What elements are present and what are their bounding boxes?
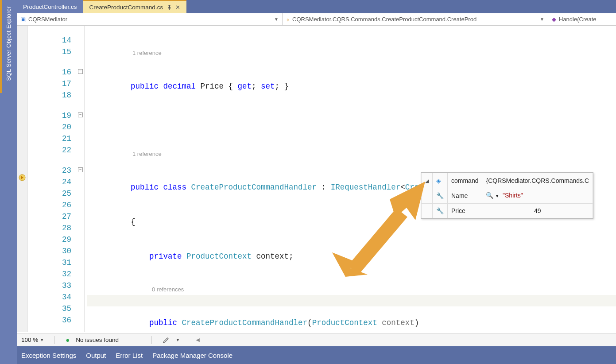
zoom-control[interactable]: 100 % ▼ (21, 337, 44, 343)
dropdown-icon[interactable]: ▼ (176, 338, 180, 342)
nav-class-label: CQRSMediator.CQRS.Commands.CreateProduct… (292, 16, 477, 23)
prop-value: 49 (482, 204, 593, 218)
codelens[interactable]: 1 reference (93, 49, 616, 58)
magnifier-icon[interactable]: 🔍 (486, 192, 493, 199)
codelens[interactable]: 0 references (93, 285, 616, 294)
check-icon: ● (66, 336, 70, 344)
class-icon: ⬨ (286, 16, 290, 23)
editor-tabs: ProductController.cs CreateProductComman… (17, 0, 616, 13)
prop-name: Name (448, 188, 482, 204)
project-icon: ▣ (20, 16, 26, 23)
nav-class[interactable]: ⬨ CQRSMediator.CQRS.Commands.CreateProdu… (283, 13, 548, 25)
breadcrumb-bar: ▣ CQRSMediator ▼ ⬨ CQRSMediator.CQRS.Com… (17, 13, 616, 26)
fold-gutter[interactable]: − − − (77, 26, 85, 332)
nav-project-label: CQRSMediator (28, 16, 67, 23)
codelens[interactable]: 1 reference (93, 150, 616, 159)
fold-toggle[interactable]: − (78, 167, 83, 172)
fold-toggle[interactable]: − (78, 112, 83, 117)
issues-label[interactable]: No issues found (76, 337, 119, 343)
vertical-sidebar: SQL Server Object Explorer (0, 0, 17, 364)
tab-productcontroller[interactable]: ProductController.cs (17, 0, 83, 13)
debug-datatip[interactable]: ◢ ◈ command {CQRSMediator.CQRS.Commands.… (421, 172, 593, 219)
dropdown-icon[interactable]: ▼ (540, 17, 544, 22)
editor-status-bar: 100 % ▼ ● No issues found ▼ ◄ (17, 333, 616, 346)
prop-name: Price (448, 204, 482, 218)
tab-createproductcommand[interactable]: CreateProductCommand.cs ✕ (83, 0, 187, 13)
tab-label: CreateProductCommand.cs (89, 4, 163, 11)
fold-toggle[interactable]: − (78, 69, 83, 74)
tab-package-manager[interactable]: Package Manager Console (152, 352, 232, 359)
object-icon: ◈ (436, 177, 441, 184)
close-icon[interactable]: ✕ (175, 4, 180, 11)
dropdown-icon[interactable]: ▼ (40, 338, 44, 342)
tab-output[interactable]: Output (86, 352, 106, 359)
breakpoint-gutter[interactable] (17, 26, 28, 332)
bottom-tool-tabs: Exception Settings Output Error List Pac… (17, 346, 616, 364)
zoom-label: 100 % (21, 337, 38, 343)
divider (54, 336, 55, 344)
dropdown-icon[interactable]: ▼ (274, 17, 279, 22)
code-editor[interactable]: 14 15 16 17 18 19 20 21 22 23 24 25 26 2… (17, 26, 616, 332)
wrench-icon: 🔧 (436, 207, 444, 214)
line-numbers: 14 15 16 17 18 19 20 21 22 23 24 25 26 2… (28, 26, 77, 332)
nav-method[interactable]: ◆ Handle(Create (548, 13, 616, 25)
tab-exception-settings[interactable]: Exception Settings (21, 352, 76, 359)
wrench-icon: 🔧 (436, 192, 444, 199)
nav-back-icon[interactable]: ◄ (195, 337, 201, 343)
sidebar-accent (0, 0, 2, 93)
brush-icon[interactable] (163, 337, 170, 344)
tab-error-list[interactable]: Error List (116, 352, 143, 359)
expand-icon[interactable]: ◢ (425, 178, 429, 183)
execution-pointer-icon (19, 174, 26, 181)
prop-value: "Shirts" (503, 192, 523, 199)
divider (151, 336, 152, 344)
method-icon: ◆ (552, 16, 556, 23)
pin-icon[interactable] (167, 4, 172, 10)
tab-label: ProductController.cs (23, 4, 77, 10)
sql-explorer-tab[interactable]: SQL Server Object Explorer (5, 6, 12, 81)
nav-method-label: Handle(Create (559, 16, 597, 23)
var-name: command (448, 173, 482, 188)
nav-project[interactable]: ▣ CQRSMediator ▼ (17, 13, 283, 25)
var-type: {CQRSMediator.CQRS.Commands.C (482, 173, 593, 188)
